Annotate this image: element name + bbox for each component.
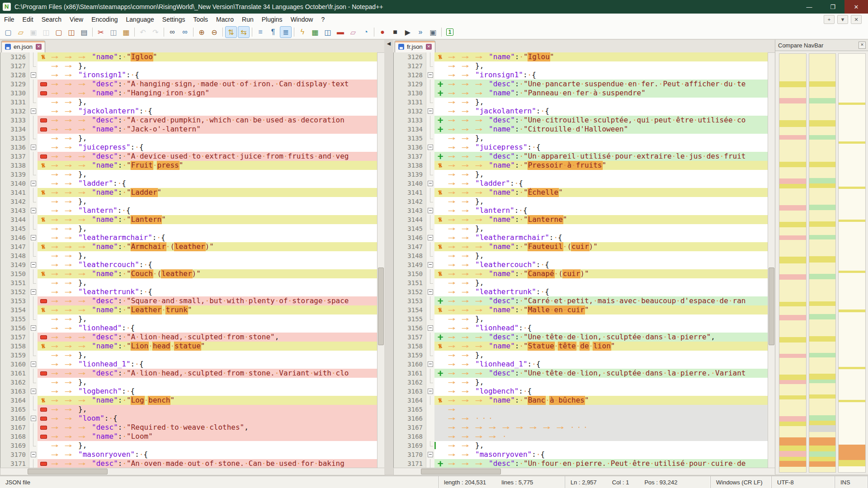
code-line[interactable]: 3142→→}, bbox=[394, 197, 768, 206]
replace-icon[interactable]: ∞ bbox=[179, 26, 191, 38]
menu-item-edit[interactable]: Edit bbox=[19, 14, 38, 24]
play-macro-icon[interactable]: ▶ bbox=[402, 26, 414, 38]
code-line[interactable]: 3153→→→"desc":·"Square·and·small,·but·wi… bbox=[0, 296, 377, 305]
code-line[interactable]: 3130+→→→"name":·"Panneau·en·fer·à·suspen… bbox=[394, 89, 768, 98]
code-line[interactable]: 3143→→"lantern":·{ bbox=[394, 206, 768, 215]
code-line[interactable]: 3161→→→"desc":·"A·lion·head,·sculpted·fr… bbox=[0, 369, 377, 378]
code-line[interactable]: 3160→→"lionhead_1":·{ bbox=[394, 360, 768, 369]
fold-collapse-icon[interactable] bbox=[31, 208, 36, 213]
fold-collapse-icon[interactable] bbox=[31, 72, 36, 78]
save-icon[interactable]: ▣ bbox=[28, 26, 39, 38]
compass-plugin-icon[interactable]: ◔ bbox=[360, 26, 372, 38]
code-line[interactable]: 3162→→}, bbox=[0, 378, 377, 387]
code-line[interactable]: 3163→→"logbench":·{ bbox=[394, 387, 768, 396]
show-all-characters-icon[interactable]: ¶ bbox=[267, 26, 279, 38]
left-hscroll-thumb[interactable] bbox=[28, 469, 108, 474]
code-line[interactable]: 3152→→"leathertrunk":·{ bbox=[0, 287, 377, 296]
code-line[interactable]: 3164≠→→→"name":·"Banc·à·bûches" bbox=[394, 396, 768, 405]
code-line[interactable]: 3140→→"ladder":·{ bbox=[0, 179, 377, 188]
stop-macro-icon[interactable]: ■ bbox=[389, 26, 401, 38]
code-line[interactable]: 3154≠→→→"name":·"Malle·en·cuir" bbox=[394, 305, 768, 314]
code-line[interactable]: 3171+→→→"desc":·"Un·four·en·pierre.·Peut… bbox=[394, 459, 768, 468]
code-line[interactable]: 3147≠→→→"name":·"Fauteuil·(cuir)" bbox=[394, 242, 768, 251]
doc-map-icon[interactable]: ▦ bbox=[309, 26, 321, 38]
code-line[interactable]: 3159→→}, bbox=[0, 351, 377, 360]
code-line[interactable]: 3126≠→→→"name":·"Iglou" bbox=[394, 52, 768, 61]
collapse-arrow-icon[interactable]: ◀ bbox=[387, 41, 391, 474]
code-line[interactable]: 3131→→}, bbox=[0, 98, 377, 107]
sync-horizontal-icon[interactable]: ⇆ bbox=[238, 26, 250, 38]
code-line[interactable]: 3139→→}, bbox=[394, 170, 768, 179]
fold-collapse-icon[interactable] bbox=[31, 262, 36, 267]
open-folder-icon[interactable]: ▱ bbox=[15, 26, 27, 38]
code-line[interactable]: 3159→→}, bbox=[394, 351, 768, 360]
tab-close-icon[interactable]: ✕ bbox=[36, 44, 42, 50]
menu-item-help[interactable]: ? bbox=[317, 14, 329, 24]
code-line[interactable]: 3140→→"ladder":·{ bbox=[394, 179, 768, 188]
pdf-plugin-icon[interactable]: ▬ bbox=[335, 26, 346, 38]
code-line[interactable]: 3138≠→→→"name":·"Pressoir·à·fruits" bbox=[394, 161, 768, 170]
find-icon[interactable]: ∞ bbox=[166, 26, 178, 38]
menu-item-macro[interactable]: Macro bbox=[212, 14, 238, 24]
right-vscroll-thumb[interactable] bbox=[769, 267, 774, 345]
code-line[interactable]: 3169→→}, bbox=[394, 441, 768, 450]
code-line[interactable]: 3129→→→"desc":·"A·hanging·sign,·made·out… bbox=[0, 80, 377, 89]
redo-icon[interactable]: ↷ bbox=[150, 26, 161, 38]
save-all-icon[interactable]: ◫ bbox=[40, 26, 52, 38]
code-line[interactable]: 3135→→}, bbox=[0, 134, 377, 143]
code-line[interactable]: 3158≠→→→"name":·"Statue·tête·de·lion" bbox=[394, 342, 768, 351]
code-line[interactable]: 3158≠→→→"name":·"Lion·head·statue" bbox=[0, 342, 377, 351]
maximize-button[interactable]: ❐ bbox=[821, 0, 844, 14]
fold-collapse-icon[interactable] bbox=[428, 72, 433, 78]
code-line[interactable]: 3151→→}, bbox=[394, 278, 768, 287]
code-line[interactable]: 3138≠→→→"name":·"Fruit·press" bbox=[0, 161, 377, 170]
save-macro-icon[interactable]: ▣ bbox=[427, 26, 439, 38]
right-hscroll-thumb[interactable] bbox=[421, 469, 501, 474]
fold-collapse-icon[interactable] bbox=[428, 389, 433, 394]
right-vertical-scrollbar[interactable] bbox=[768, 52, 775, 469]
fold-collapse-icon[interactable] bbox=[31, 145, 36, 150]
code-line[interactable]: 3134+→→→"name":·"Citrouille·d'Halloween" bbox=[394, 125, 768, 134]
code-line[interactable]: 3126≠→→→"name":·"Igloo" bbox=[0, 52, 377, 61]
code-line[interactable]: 3162→→}, bbox=[394, 378, 768, 387]
new-tab-plus-button[interactable]: + bbox=[824, 15, 835, 24]
fold-collapse-icon[interactable] bbox=[428, 235, 433, 240]
menu-item-search[interactable]: Search bbox=[38, 14, 66, 24]
code-line[interactable]: 3166→→··· bbox=[394, 414, 768, 423]
code-line[interactable]: 3149→→"leathercouch":·{ bbox=[394, 260, 768, 269]
close-tab-button[interactable]: ✕ bbox=[851, 15, 862, 24]
code-line[interactable]: 3146→→"leatherarmchair":·{ bbox=[394, 233, 768, 242]
navbar-map-column-1[interactable] bbox=[779, 53, 807, 473]
code-line[interactable]: 3141≠→→→"name":·"Échelle" bbox=[394, 188, 768, 197]
close-button[interactable]: ✕ bbox=[844, 0, 868, 14]
fold-collapse-icon[interactable] bbox=[31, 325, 36, 331]
left-vertical-scrollbar[interactable] bbox=[377, 52, 385, 469]
menu-item-file[interactable]: File bbox=[0, 14, 19, 24]
code-line[interactable]: 3169→→}, bbox=[0, 441, 377, 450]
code-line[interactable]: 3148→→}, bbox=[0, 251, 377, 260]
zoom-in-icon[interactable]: ⊕ bbox=[196, 26, 208, 38]
navbar-map-column-2[interactable] bbox=[809, 53, 836, 473]
code-line[interactable]: 3155→→}, bbox=[0, 314, 377, 324]
code-line[interactable]: 3132→→"jackolantern":·{ bbox=[394, 107, 768, 116]
cut-icon[interactable]: ✂ bbox=[95, 26, 107, 38]
fold-collapse-icon[interactable] bbox=[428, 289, 433, 295]
code-line[interactable]: 3153+→→→"desc":·"Carré·et·petit,·mais·av… bbox=[394, 296, 768, 305]
code-line[interactable]: 3148→→}, bbox=[394, 251, 768, 260]
code-line[interactable]: 3136→→"juicepress":·{ bbox=[394, 143, 768, 152]
fold-collapse-icon[interactable] bbox=[428, 108, 433, 114]
status-encoding[interactable]: UTF-8 bbox=[772, 476, 835, 488]
code-line[interactable]: 3150≠→→→"name":·"Couch·(leather)" bbox=[0, 269, 377, 278]
doc-switcher-icon[interactable]: ϟ bbox=[297, 26, 308, 38]
menu-item-tools[interactable]: Tools bbox=[189, 14, 212, 24]
code-line[interactable]: 3130→→→"name":·"Hanging·iron·sign" bbox=[0, 89, 377, 98]
tab-close-icon[interactable]: ✕ bbox=[426, 44, 432, 50]
navbar-close-icon[interactable]: ✕ bbox=[859, 42, 866, 49]
code-line[interactable]: 3151→→}, bbox=[0, 278, 377, 287]
code-line[interactable]: 3144≠→→→"name":·"Lantern" bbox=[0, 215, 377, 224]
code-line[interactable]: 3136→→"juicepress":·{ bbox=[0, 143, 377, 152]
menu-item-settings[interactable]: Settings bbox=[158, 14, 189, 24]
code-line[interactable]: 3164≠→→→"name":·"Log·bench" bbox=[0, 396, 377, 405]
code-line[interactable]: 3128→→"ironsign1":·{ bbox=[0, 70, 377, 80]
code-line[interactable]: 3156→→"lionhead":·{ bbox=[0, 324, 377, 333]
